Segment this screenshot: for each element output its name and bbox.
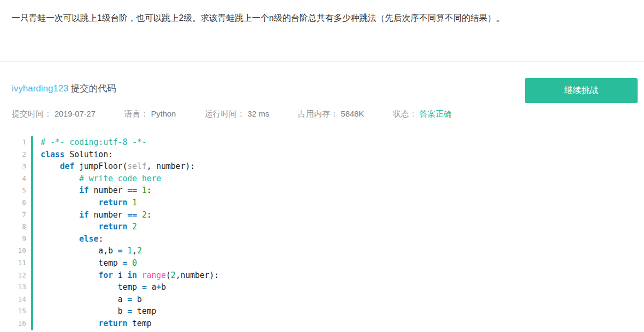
code-token-plain [137,210,142,220]
code-token-kw: = [123,258,128,268]
code-line-number: 16 [0,318,33,330]
code-line-number: 3 [0,160,33,173]
code-token-num: 1 [132,198,137,207]
code-line-content: class Solution: [33,149,113,161]
code-token-kw: if [79,186,89,195]
code-token-plain: number [89,186,127,195]
code-token-kw: else [79,234,98,244]
code-line-number: 14 [0,294,33,306]
code-token-plain: : [98,234,103,244]
code-token-plain: jumpFloor( [74,161,127,171]
code-token-kw: = [128,306,132,316]
code-line-content: for i in range(2,number): [33,269,219,282]
code-token-plain [41,161,60,171]
code-line: 2class Solution: [0,149,644,161]
code-token-plain [41,222,98,231]
code-line-number: 5 [0,184,33,197]
code-token-com: # write code here [79,174,161,183]
code-token-plain [137,271,142,280]
status-value: 答案正确 [420,109,452,118]
meta-value: 2019-07-27 [54,109,96,118]
code-token-num: 1 [142,186,147,195]
code-token-kw: = [128,295,132,304]
code-line: 4 # write code here [0,173,644,185]
code-line-content: return 1 [33,197,137,209]
code-line: 9 else: [0,233,644,245]
submission-meta-row: 提交时间：2019-07-27语言：Python运行时间：32 ms占用内存：5… [0,104,644,119]
code-token-plain: Solution: [65,150,113,159]
username-link[interactable]: ivyharding123 [12,83,68,94]
code-line-number: 9 [0,233,33,245]
code-line-number: 11 [0,257,33,269]
meta-item: 提交时间：2019-07-27 [12,109,96,119]
code-token-plain: b [41,306,128,316]
code-token-plain: temp [41,282,142,292]
code-token-kw: == [128,210,137,220]
code-token-num: 0 [132,258,137,268]
code-token-plain: i [113,271,127,280]
code-token-plain [128,198,132,207]
code-token-param: self [128,161,147,171]
code-line: 12 for i in range(2,number): [0,269,644,282]
meta-item: 运行时间：32 ms [205,109,269,119]
submission-section: ivyharding123 提交的代码 继续挑战 提交时间：2019-07-27… [0,62,644,330]
code-line: 3 def jumpFloor(self, number): [0,160,644,173]
code-token-plain: a [147,282,156,292]
code-token-kw: return [98,222,127,231]
code-line-number: 15 [0,305,33,318]
code-token-plain: number [89,210,127,220]
code-line: 6 return 1 [0,197,644,209]
code-token-plain: : [147,186,152,195]
code-token-plain [128,222,132,231]
meta-label: 状态： [393,109,417,118]
code-token-plain [123,246,128,256]
code-token-plain [41,210,79,220]
code-line-number: 8 [0,221,33,233]
code-line-number: 12 [0,269,33,282]
code-token-plain [41,186,79,195]
code-token-plain: , [132,246,137,256]
meta-label: 语言： [124,109,148,118]
code-line-number: 7 [0,209,33,221]
code-token-plain: , number): [147,161,195,171]
code-line-number: 4 [0,173,33,185]
meta-label: 提交时间： [12,109,52,118]
code-token-plain: temp [128,319,152,328]
code-token-kw: return [98,198,127,207]
code-line-content: if number == 2: [33,209,152,221]
code-token-plain: temp [41,258,123,268]
code-line-content: return 2 [33,221,137,233]
code-line-content: # write code here [33,173,161,185]
code-line: 15 b = temp [0,305,644,318]
code-line-content: a,b = 1,2 [33,245,142,257]
meta-value: Python [151,109,176,118]
code-token-plain: b [161,282,166,292]
problem-description: 一只青蛙一次可以跳上1级台阶，也可以跳上2级。求该青蛙跳上一个n级的台阶总共有多… [12,12,632,25]
code-line: 8 return 2 [0,221,644,233]
continue-challenge-button[interactable]: 继续挑战 [525,78,638,103]
page: 一只青蛙一次可以跳上1级台阶，也可以跳上2级。求该青蛙跳上一个n级的台阶总共有多… [0,0,644,332]
code-line-number: 2 [0,149,33,161]
code-token-plain: : [147,210,152,220]
code-token-kw: + [156,282,161,292]
code-token-plain [128,258,132,268]
code-token-kw: def [60,161,74,171]
code-token-plain [41,174,79,183]
meta-item: 占用内存：5848K [298,109,364,119]
code-token-num: 2 [171,271,176,280]
code-token-num: 2 [137,246,142,256]
code-line-content: else: [33,233,103,245]
code-line-content: if number == 1: [33,184,152,197]
code-line-content: temp = 0 [33,257,137,269]
code-line-number: 6 [0,197,33,209]
submission-title-suffix: 提交的代码 [68,83,116,94]
code-token-plain: b [132,295,142,304]
code-line-content: a = b [33,294,142,306]
code-viewer: 1# -*- coding:utf-8 -*-2class Solution:3… [0,136,644,330]
code-line: 14 a = b [0,294,644,306]
meta-item: 语言：Python [124,109,176,119]
code-line-content: return temp [33,318,152,330]
code-token-num: 1 [128,246,132,256]
code-line-content: temp = a+b [33,281,166,294]
code-token-kw: return [98,319,127,328]
